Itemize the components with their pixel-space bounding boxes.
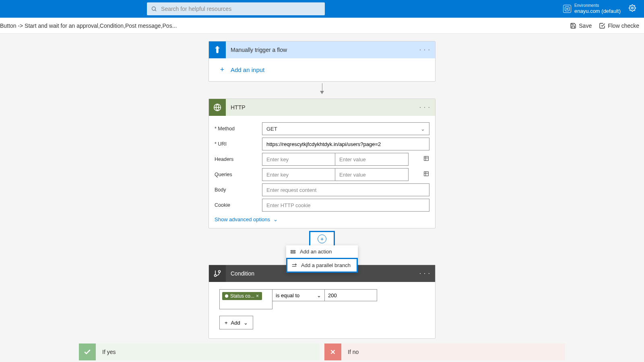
- cookie-label: Cookie: [215, 202, 262, 208]
- add-parallel-branch-option[interactable]: Add a parallel branch: [286, 258, 358, 273]
- http-icon: [209, 99, 226, 116]
- http-header[interactable]: HTTP · · ·: [209, 99, 435, 116]
- flow-checker-button[interactable]: Flow checke: [599, 23, 639, 29]
- svg-point-18: [215, 275, 217, 277]
- svg-rect-2: [565, 7, 570, 11]
- method-label: Method: [215, 126, 262, 132]
- condition-value-input[interactable]: 200: [325, 289, 377, 301]
- body-label: Body: [215, 187, 262, 193]
- condition-left-operand[interactable]: Status co... ×: [219, 289, 272, 309]
- condition-icon: [209, 265, 226, 282]
- add-condition-label: Add: [231, 320, 240, 326]
- if-yes-branch[interactable]: If yes: [79, 343, 320, 360]
- environment-name: enayu.com (default): [574, 8, 621, 14]
- flow-canvas: Manually trigger a flow · · · + Add an i…: [0, 34, 644, 362]
- uri-field[interactable]: [266, 141, 425, 147]
- add-condition-button[interactable]: + Add ⌄: [219, 316, 253, 329]
- environment-icon: [563, 5, 571, 13]
- http-title: HTTP: [231, 104, 419, 111]
- close-icon: [324, 343, 341, 360]
- save-icon: [570, 23, 576, 29]
- arrow-connector: [322, 83, 322, 94]
- add-input-button[interactable]: + Add an input: [219, 66, 428, 74]
- environment-picker[interactable]: Environments enayu.com (default): [563, 3, 621, 14]
- add-action-option[interactable]: Add an action: [286, 245, 358, 258]
- add-parallel-label: Add a parallel branch: [301, 262, 351, 268]
- check-icon: [79, 343, 96, 360]
- add-step-popup: Add an action Add a parallel branch: [286, 245, 358, 273]
- checker-icon: [599, 23, 605, 29]
- svg-point-0: [152, 7, 156, 10]
- svg-point-19: [225, 294, 228, 298]
- flow-checker-label: Flow checke: [608, 23, 639, 29]
- query-value-input[interactable]: [335, 168, 409, 181]
- plus-icon: +: [225, 320, 228, 326]
- action-icon: [290, 249, 296, 255]
- plus-icon: +: [219, 66, 226, 74]
- add-step-area: + Add an action Add a parallel branch: [309, 228, 335, 249]
- flow-title: Button -> Start and wait for an approval…: [0, 23, 177, 29]
- chevron-down-icon: ⌄: [273, 216, 278, 222]
- add-input-label: Add an input: [231, 66, 264, 73]
- settings-button[interactable]: [629, 4, 636, 13]
- search-input[interactable]: [161, 6, 321, 12]
- cookie-input[interactable]: [262, 199, 429, 212]
- queries-edit-icon[interactable]: [423, 171, 429, 179]
- method-value: GET: [266, 126, 277, 132]
- parallel-icon: [291, 263, 297, 268]
- add-step-button[interactable]: +: [309, 231, 335, 247]
- remove-token-icon[interactable]: ×: [256, 293, 259, 299]
- trigger-icon: [209, 41, 226, 58]
- toolbar: Button -> Start and wait for an approval…: [0, 18, 644, 34]
- save-label: Save: [579, 23, 592, 29]
- http-card[interactable]: HTTP · · · Method GET ⌄ URI Headers: [208, 99, 436, 228]
- uri-input[interactable]: [262, 138, 429, 150]
- svg-rect-14: [291, 252, 295, 253]
- svg-point-17: [219, 271, 221, 273]
- condition-row: Status co... × is equal to ⌄ 200: [219, 289, 425, 309]
- if-yes-label: If yes: [102, 349, 116, 355]
- show-advanced-link[interactable]: Show advanced options ⌄: [215, 216, 429, 222]
- svg-rect-7: [424, 156, 429, 161]
- operator-select[interactable]: is equal to ⌄: [272, 289, 325, 301]
- body-input[interactable]: [262, 183, 429, 196]
- if-no-label: If no: [348, 349, 359, 355]
- uri-label: URI: [215, 141, 262, 147]
- token-icon: [225, 294, 229, 298]
- query-key-input[interactable]: [262, 168, 335, 181]
- condition-card[interactable]: Condition · · · Status co... × is equal …: [208, 265, 436, 339]
- headers-edit-icon[interactable]: [423, 155, 429, 163]
- add-action-label: Add an action: [300, 249, 332, 255]
- svg-point-4: [632, 7, 634, 9]
- if-no-branch[interactable]: If no: [324, 343, 565, 360]
- header-key-input[interactable]: [262, 153, 335, 166]
- save-button[interactable]: Save: [570, 23, 592, 29]
- trigger-card[interactable]: Manually trigger a flow · · · + Add an i…: [208, 41, 436, 82]
- trigger-title: Manually trigger a flow: [231, 47, 419, 53]
- operator-value: is equal to: [276, 292, 299, 298]
- chevron-down-icon: ⌄: [244, 320, 248, 326]
- status-code-token[interactable]: Status co... ×: [222, 292, 262, 300]
- chevron-down-icon: ⌄: [317, 292, 321, 298]
- plus-circle-icon: +: [318, 234, 326, 243]
- http-menu[interactable]: · · ·: [419, 104, 430, 111]
- queries-label: Queries: [215, 172, 262, 177]
- environment-label: Environments: [574, 3, 621, 8]
- condition-menu[interactable]: · · ·: [419, 270, 430, 277]
- svg-rect-13: [291, 250, 295, 251]
- condition-value: 200: [328, 292, 337, 298]
- gear-icon: [629, 4, 636, 12]
- method-select[interactable]: GET ⌄: [262, 122, 429, 135]
- show-advanced-label: Show advanced options: [215, 216, 270, 222]
- chevron-down-icon: ⌄: [421, 126, 425, 132]
- headers-label: Headers: [215, 156, 262, 162]
- search-box[interactable]: [147, 2, 325, 15]
- trigger-menu[interactable]: · · ·: [419, 46, 430, 53]
- trigger-header[interactable]: Manually trigger a flow · · ·: [209, 41, 435, 58]
- condition-branches: If yes If no: [0, 343, 644, 360]
- svg-rect-10: [424, 172, 429, 176]
- svg-point-3: [566, 8, 568, 10]
- svg-line-1: [155, 10, 156, 11]
- token-label: Status co...: [230, 293, 254, 299]
- header-value-input[interactable]: [335, 153, 409, 166]
